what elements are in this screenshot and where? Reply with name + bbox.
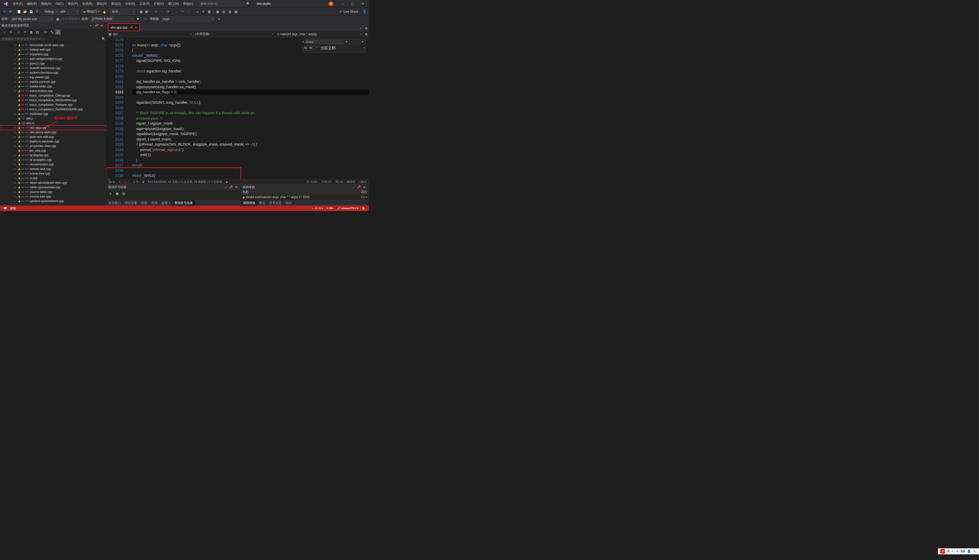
tool-icon[interactable]: ▤ — [121, 191, 127, 197]
find-prev-icon[interactable]: ← — [350, 40, 354, 44]
stop-icon[interactable]: ■ — [159, 9, 165, 15]
layout-icon-1[interactable]: ▦ — [215, 9, 220, 15]
zoom-pct[interactable]: 99 % — [108, 180, 115, 183]
menu-item[interactable]: 窗口(W) — [166, 0, 181, 8]
layout-icon-2[interactable]: ▥ — [221, 9, 227, 15]
file-item[interactable]: ▷🔒++++plain-text-edit.cpp — [0, 135, 106, 139]
panel-dropdown-icon[interactable]: ▾ — [222, 184, 228, 190]
account-icon[interactable]: 👤 — [362, 9, 367, 15]
line-info[interactable]: 行: 3183 — [307, 180, 317, 184]
close-button[interactable]: ✕ — [358, 0, 368, 8]
panel-dropdown-icon[interactable]: ▾ — [350, 184, 356, 190]
nav-member-combo[interactable]: ◇ main(int argc, char * argv[]) — [275, 31, 363, 37]
file-item[interactable]: ▷🔒++++media-controls.cpp — [0, 80, 106, 84]
panel-tab[interactable]: 线程 — [139, 200, 149, 206]
layout-icon-4[interactable]: ▦ — [233, 9, 239, 15]
find-scope[interactable]: 当前文档 — [319, 45, 363, 51]
file-item[interactable]: ▷🔒++++slider-absoluteset-style.cpp — [0, 180, 106, 185]
menu-item[interactable]: 工具(T) — [137, 0, 152, 8]
file-item[interactable]: 🔒©obf.c — [0, 116, 106, 121]
panel-tab[interactable]: 模块 — [149, 200, 160, 206]
tab-close-icon[interactable]: ✕ — [135, 26, 137, 29]
tab-info[interactable]: 制表符 — [347, 180, 355, 184]
solution-search-input[interactable] — [0, 37, 101, 41]
file-item[interactable]: 🔒++mocs_compilation_Release.cpp — [0, 102, 106, 107]
panel-tab[interactable]: 断点 — [257, 200, 267, 206]
menu-item[interactable]: 扩展(X) — [152, 0, 166, 8]
global-search-input[interactable]: 搜索 (Ctrl+Q) — [198, 1, 245, 7]
menu-item[interactable]: 文件(F) — [11, 0, 25, 8]
auto-combo[interactable]: 自动 — [110, 9, 136, 15]
file-item[interactable]: ▷🔒++++scene-tree.cpp — [0, 171, 106, 176]
process-combo[interactable]: [36736] obs64.exe — [10, 16, 53, 22]
pending-icon[interactable]: ⟳ — [22, 29, 28, 35]
panel-tab[interactable]: 调用堆栈 — [241, 200, 257, 206]
menu-item[interactable]: 分析(N) — [123, 0, 138, 8]
file-item[interactable]: ▷🔒++++record-button.cpp — [0, 162, 106, 167]
pause-icon[interactable]: ⏸ — [153, 9, 158, 15]
file-item[interactable]: ▷🔒++++json11.cpp — [0, 61, 106, 66]
flag2-icon[interactable]: ⚐ — [142, 16, 148, 22]
panel-tab[interactable]: 局部变量 — [123, 200, 139, 206]
file-item[interactable]: ▷🔒++++item-widget-helpers.cpp — [0, 57, 106, 61]
menu-item[interactable]: 视图(V) — [39, 0, 53, 8]
file-item[interactable]: ▷🔒++++qt-display.cpp — [0, 153, 106, 158]
file-item[interactable]: 🔒++qrc_obs.cpp — [0, 148, 106, 153]
file-item[interactable]: ▷🔒++++menu-button.cpp — [0, 89, 106, 93]
panel-tab[interactable]: 自动窗口 — [107, 200, 123, 206]
save-icon[interactable]: 💾 — [28, 9, 34, 15]
file-item[interactable]: ▷🔒++++source-label.cpp — [0, 190, 106, 194]
cursor-icon-2[interactable]: ≡ — [200, 9, 206, 15]
whole-word-icon[interactable]: Ab — [309, 46, 313, 50]
platform-combo[interactable]: x64 — [58, 9, 79, 15]
notifications-icon[interactable]: 🔔 — [360, 207, 367, 210]
panel-pin-icon[interactable]: 📌 — [93, 23, 99, 28]
branch-status[interactable]: ⎇ release/29.0 ▾ — [335, 207, 360, 210]
switch-view-icon[interactable]: ☷ — [16, 29, 22, 35]
tab-gear-icon[interactable]: ⚙ — [363, 25, 369, 31]
file-item[interactable]: ▷🔒++++locked-checkbox.cpp — [0, 70, 106, 75]
file-item[interactable]: ▷🔒++++spinbox-ignorewheel.cpp — [0, 199, 106, 203]
menu-item[interactable]: 测试(S) — [109, 0, 123, 8]
error-icon[interactable]: ⊗ — [124, 180, 127, 183]
warn-icon[interactable]: ⚠ — [133, 180, 135, 183]
cursor-icon-1[interactable]: ↘ — [194, 9, 200, 15]
col-lang[interactable]: 语言 — [361, 190, 367, 195]
panel-close-icon[interactable]: ✕ — [233, 184, 239, 190]
file-item[interactable]: ▷🔒++++lineedit-autoresize.cpp — [0, 66, 106, 70]
forward-icon[interactable]: ⟳ — [8, 9, 13, 15]
file-item[interactable]: ▷🔒++++properties-view.cpp — [0, 144, 106, 148]
file-item[interactable]: ▷🔒++++qt-wrappers.cpp — [0, 158, 106, 162]
nav-scope-combo[interactable]: (全局范围) — [193, 31, 275, 37]
menu-item[interactable]: 调试(D) — [94, 0, 109, 8]
toolbar-icon-1[interactable]: ▦ — [138, 9, 144, 15]
code-editor[interactable]: 3173317431753176317731783179318031813182… — [107, 37, 369, 180]
tab-dropdown-icon[interactable]: ▾ — [358, 25, 363, 31]
restart-icon[interactable]: ⟳ — [165, 9, 171, 15]
step-out-icon[interactable]: ↑ — [186, 9, 192, 15]
liveshare-label[interactable]: Live Share — [344, 10, 358, 13]
find-close2-icon[interactable]: ✕ — [360, 40, 365, 44]
step-over-icon[interactable]: ↷ — [180, 9, 185, 15]
file-item[interactable]: ▷🔒++++horizontal-scroll-area.cpp — [0, 43, 106, 47]
stack-frame[interactable]: obs64.exe!main(int argc, char * * argv) … — [246, 195, 360, 199]
panel-tab[interactable]: 查找符号结果 — [172, 200, 195, 206]
file-item[interactable]: ▷🔒++++source-tree.cpp — [0, 194, 106, 199]
tab-obs-app-cpp[interactable]: obs-app.cpp 📌 ✕ — [108, 23, 140, 31]
thread-combo[interactable]: [27548] 主线程 — [90, 16, 134, 22]
file-item[interactable]: ▷🔒++++hotkey-edit.cpp — [0, 47, 106, 52]
file-item[interactable]: 🔒++mocs_compilation_RelWithDebInfo.cpp — [0, 107, 106, 112]
find-next-icon[interactable]: → — [355, 40, 359, 44]
regex-icon[interactable]: .* — [314, 46, 319, 50]
menu-item[interactable]: Git(G) — [53, 0, 66, 8]
panel-tab[interactable]: 监视 1 — [160, 200, 172, 206]
menu-item[interactable]: 生成(B) — [80, 0, 94, 8]
file-item[interactable]: ▷🔒++++importers.cpp — [0, 52, 106, 57]
panel-close-icon[interactable]: ✕ — [99, 23, 105, 28]
panel-pin-icon[interactable]: 📌 — [356, 184, 362, 190]
menu-item[interactable]: 帮助(H) — [181, 0, 195, 8]
show-all-icon[interactable]: ▦ — [28, 29, 34, 35]
file-item[interactable]: ▷🔒++++sl.cpp — [0, 176, 106, 180]
minimize-button[interactable]: ─ — [337, 0, 347, 8]
panel-pin-icon[interactable]: 📌 — [228, 184, 233, 190]
